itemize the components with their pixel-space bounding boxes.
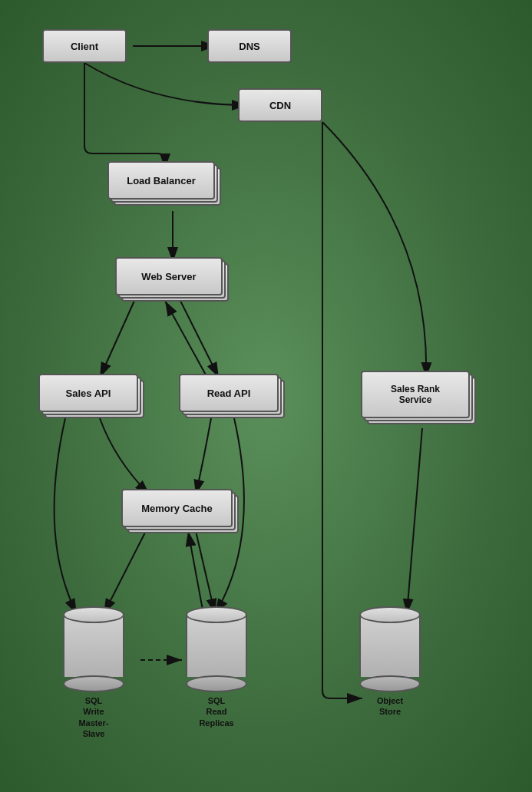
sql-write-label: SQLWriteMaster-Slave: [78, 695, 108, 739]
load-balancer-label: Load Balancer: [127, 175, 196, 186]
cdn-label: CDN: [269, 100, 291, 111]
memory-cache-stacked: Memory Cache: [121, 489, 245, 540]
load-balancer-stacked: Load Balancer: [107, 161, 227, 212]
cdn-box: CDN: [238, 88, 322, 122]
dns-box: DNS: [207, 29, 292, 63]
dns-label: DNS: [239, 41, 259, 52]
read-api-label: Read API: [207, 388, 251, 399]
sql-read-cylinder: SQLReadReplicas: [178, 606, 255, 728]
sales-rank-stacked: Sales RankService: [361, 371, 482, 431]
read-api-stacked: Read API: [179, 374, 291, 424]
client-label: Client: [71, 41, 98, 52]
memory-cache-label: Memory Cache: [141, 503, 212, 514]
sales-rank-label: Sales RankService: [391, 384, 440, 405]
web-server-label: Web Server: [141, 271, 196, 282]
object-store-label: ObjectStore: [377, 695, 403, 718]
sales-api-stacked: Sales API: [38, 374, 150, 424]
sales-api-label: Sales API: [66, 388, 111, 399]
web-server-stacked: Web Server: [115, 257, 235, 308]
object-store-cylinder: ObjectStore: [352, 606, 428, 718]
diagram-container: Client DNS CDN Load Balancer Web Server …: [0, 0, 532, 792]
sql-read-label: SQLReadReplicas: [199, 695, 233, 728]
sql-write-cylinder: SQLWriteMaster-Slave: [55, 606, 132, 739]
client-box: Client: [42, 29, 127, 63]
